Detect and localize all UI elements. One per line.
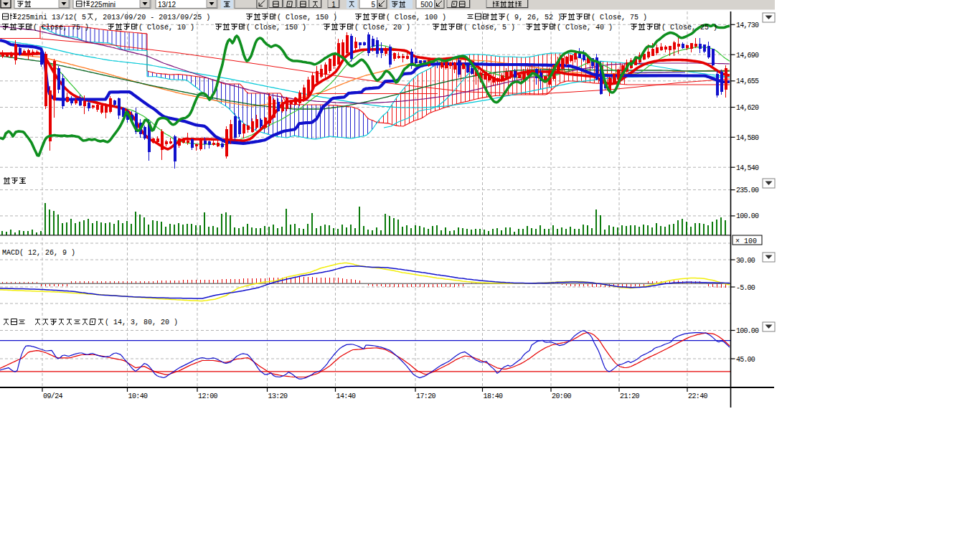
svg-text:-5.00: -5.00 — [736, 284, 755, 292]
svg-text:14,690: 14,690 — [736, 52, 759, 60]
svg-text:17:20: 17:20 — [416, 392, 436, 400]
svg-text:14,730: 14,730 — [736, 22, 759, 29]
svg-text:1: 1 — [331, 1, 336, 9]
svg-text:225mini: 225mini — [90, 1, 116, 9]
svg-text:235.00: 235.00 — [736, 187, 759, 194]
svg-text:( 9, 26, 52 ): ( 9, 26, 52 ) — [506, 14, 562, 22]
svg-text:100.00: 100.00 — [736, 327, 759, 335]
svg-text:( Close, 75 ): ( Close, 75 ) — [591, 14, 647, 22]
svg-text:14,580: 14,580 — [736, 134, 759, 142]
svg-text:22:40: 22:40 — [688, 392, 708, 400]
svg-text:14:40: 14:40 — [336, 392, 357, 400]
svg-text:500: 500 — [420, 1, 433, 9]
svg-text:5: 5 — [371, 1, 375, 9]
svg-text:( Close, 10 ): ( Close, 10 ) — [138, 24, 194, 32]
svg-text:12:00: 12:00 — [198, 392, 218, 400]
svg-text:( Close, 40 ): ( Close, 40 ) — [557, 24, 613, 32]
svg-text:21:20: 21:20 — [620, 392, 640, 400]
svg-text:225mini 13/12( 5: 225mini 13/12( 5 — [17, 14, 86, 22]
svg-text:20:00: 20:00 — [552, 392, 572, 400]
svg-text:( Close, 150 ): ( Close, 150 ) — [246, 24, 306, 32]
svg-text:( Close, 150 ): ( Close, 150 ) — [277, 14, 337, 22]
svg-text:14,655: 14,655 — [736, 77, 759, 85]
svg-text:( Close, 100 ): ( Close, 100 ) — [386, 14, 446, 22]
svg-text:100.00: 100.00 — [736, 212, 759, 220]
svg-text:13/12: 13/12 — [158, 1, 176, 9]
svg-text:14,620: 14,620 — [736, 104, 759, 112]
svg-text:( Close, 75 ): ( Close, 75 ) — [33, 24, 89, 32]
svg-text:09/24: 09/24 — [43, 392, 63, 400]
svg-text:× 100: × 100 — [735, 237, 757, 245]
svg-text:13:20: 13:20 — [268, 392, 288, 400]
svg-text:( Close, 20 ): ( Close, 20 ) — [354, 24, 410, 32]
svg-text:18:40: 18:40 — [484, 392, 504, 400]
svg-text:( Close, 5 ): ( Close, 5 ) — [463, 24, 515, 32]
svg-text:30.00: 30.00 — [736, 257, 755, 265]
svg-text:( 14, 3, 80, 20 ): ( 14, 3, 80, 20 ) — [105, 319, 178, 326]
svg-text:( Close, 25 ): ( Close, 25 ) — [661, 24, 717, 32]
svg-text:10:40: 10:40 — [128, 392, 149, 400]
svg-text:MACD( 12, 26, 9 ): MACD( 12, 26, 9 ) — [2, 249, 75, 257]
svg-text:14,540: 14,540 — [736, 164, 759, 172]
svg-text:, 2013/09/20 - 2013/09/25 ): , 2013/09/20 - 2013/09/25 ) — [94, 14, 210, 22]
svg-text:45.00: 45.00 — [736, 356, 755, 364]
